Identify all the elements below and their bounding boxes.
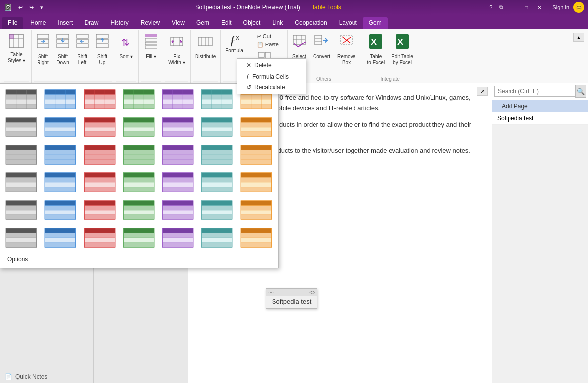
fill-btn[interactable]: Fill ▾ bbox=[142, 32, 160, 61]
table-style-thumb[interactable] bbox=[3, 114, 39, 140]
shift-down-btn[interactable]: ShiftDown bbox=[53, 32, 72, 67]
tab-insert[interactable]: Insert bbox=[52, 17, 78, 29]
search-input[interactable] bbox=[494, 86, 575, 97]
table-style-thumb[interactable] bbox=[121, 142, 157, 168]
svg-rect-88 bbox=[123, 94, 154, 99]
restore-window-btn[interactable]: ⧉ bbox=[496, 3, 505, 11]
table-style-thumb[interactable] bbox=[3, 142, 39, 168]
remove-box-btn[interactable]: RemoveBox bbox=[335, 32, 358, 67]
add-page-btn[interactable]: + Add Page bbox=[492, 100, 588, 112]
table-style-thumb[interactable] bbox=[3, 170, 39, 195]
table-style-thumb[interactable] bbox=[160, 142, 196, 168]
table-style-thumb[interactable] bbox=[160, 197, 196, 223]
table-style-thumb[interactable] bbox=[82, 197, 118, 223]
tab-object[interactable]: Object bbox=[237, 17, 267, 29]
table-style-thumb[interactable] bbox=[238, 197, 274, 223]
fix-width-btn[interactable]: FixWidth ▾ bbox=[166, 32, 187, 67]
search-btn[interactable]: 🔍 bbox=[575, 85, 586, 98]
tab-gem-active[interactable]: Gem bbox=[363, 17, 388, 29]
table-style-thumb[interactable] bbox=[238, 170, 274, 195]
table-to-excel-btn[interactable]: X Tableto Excel bbox=[365, 32, 388, 67]
table-style-thumb[interactable] bbox=[199, 225, 235, 251]
cut-btn[interactable]: ✂ Cut bbox=[255, 32, 273, 41]
table-style-thumb[interactable] bbox=[121, 197, 157, 223]
tab-cooperation[interactable]: Cooperation bbox=[289, 17, 333, 29]
table-style-thumb[interactable] bbox=[121, 114, 157, 140]
shift-left-btn[interactable]: ShiftLeft bbox=[73, 32, 92, 67]
svg-rect-435 bbox=[45, 228, 76, 233]
table-style-thumb[interactable] bbox=[199, 114, 235, 140]
maximize-btn[interactable]: □ bbox=[522, 3, 531, 11]
table-style-thumb[interactable] bbox=[42, 197, 78, 223]
page-expand-btn[interactable]: ⤢ bbox=[477, 87, 488, 96]
ribbon-expand-btn[interactable]: ▲ bbox=[573, 33, 584, 42]
close-btn[interactable]: ✕ bbox=[535, 3, 544, 11]
table-style-thumb[interactable] bbox=[160, 114, 196, 140]
menu-delete[interactable]: ✕ Delete bbox=[238, 60, 305, 71]
table-style-thumb[interactable] bbox=[42, 114, 78, 140]
redo-btn[interactable]: ↪ bbox=[26, 2, 36, 12]
convert-btn[interactable]: Convert bbox=[311, 32, 333, 61]
table-style-thumb[interactable] bbox=[238, 225, 274, 251]
table-styles-btn[interactable]: TableStyles ▾ bbox=[5, 32, 28, 65]
sort-btn[interactable]: ⇅ Sort ▾ bbox=[117, 32, 136, 61]
paste-btn[interactable]: 📋 Paste bbox=[255, 41, 281, 49]
table-style-thumb[interactable] bbox=[238, 142, 274, 168]
edit-table-excel-btn[interactable]: X Edit Tableby Excel bbox=[389, 32, 416, 67]
table-style-thumb[interactable] bbox=[82, 170, 118, 195]
options-item[interactable]: Options bbox=[3, 254, 275, 265]
table-style-thumb[interactable] bbox=[82, 225, 118, 251]
menu-formula-cells[interactable]: ƒ Formula Cells bbox=[238, 71, 305, 82]
table-style-thumb[interactable] bbox=[82, 86, 118, 112]
tab-link[interactable]: Link bbox=[266, 17, 289, 29]
tab-review[interactable]: Review bbox=[135, 17, 166, 29]
svg-rect-208 bbox=[6, 145, 37, 150]
quick-notes-bar[interactable]: 📄 Quick Notes bbox=[0, 370, 93, 383]
distribute-btn[interactable]: Distribute bbox=[193, 32, 218, 61]
table-style-thumb[interactable] bbox=[121, 225, 157, 251]
table-style-thumb[interactable] bbox=[82, 114, 118, 140]
table-style-thumb[interactable] bbox=[42, 142, 78, 168]
table-style-thumb[interactable] bbox=[199, 170, 235, 195]
select-btn[interactable]: Select bbox=[290, 32, 309, 61]
table-style-thumb[interactable] bbox=[3, 225, 39, 251]
search-bar: 🔍 bbox=[492, 83, 588, 100]
table-style-thumb[interactable] bbox=[82, 142, 118, 168]
table-style-thumb[interactable] bbox=[3, 197, 39, 223]
table-style-thumb[interactable] bbox=[160, 170, 196, 195]
table-style-thumb[interactable] bbox=[3, 86, 39, 112]
svg-rect-248 bbox=[162, 145, 193, 150]
shift-up-btn[interactable]: ShiftUp bbox=[93, 32, 112, 67]
tab-file[interactable]: File bbox=[2, 17, 23, 29]
fill-content: Fill ▾ bbox=[142, 30, 160, 81]
table-style-thumb[interactable] bbox=[42, 225, 78, 251]
mini-toolbar-resize-icon[interactable]: <> bbox=[309, 290, 315, 295]
tab-history[interactable]: History bbox=[104, 17, 134, 29]
shift-right-btn[interactable]: ShiftRight bbox=[34, 32, 52, 67]
table-style-thumb[interactable] bbox=[160, 225, 196, 251]
menu-recalculate[interactable]: ↺ Recalculate bbox=[238, 82, 305, 93]
tab-draw[interactable]: Draw bbox=[78, 17, 104, 29]
undo-btn[interactable]: ↩ bbox=[15, 2, 25, 12]
tab-layout[interactable]: Layout bbox=[333, 17, 363, 29]
tab-home[interactable]: Home bbox=[24, 17, 52, 29]
minimize-btn[interactable]: — bbox=[509, 3, 518, 11]
table-style-thumb[interactable] bbox=[160, 86, 196, 112]
svg-rect-90 bbox=[123, 99, 154, 104]
table-style-thumb[interactable] bbox=[238, 114, 274, 140]
qat-dropdown[interactable]: ▾ bbox=[37, 2, 47, 12]
table-style-thumb[interactable] bbox=[199, 142, 235, 168]
table-style-thumb[interactable] bbox=[42, 86, 78, 112]
table-style-thumb[interactable] bbox=[199, 197, 235, 223]
page-item-softpedia[interactable]: Softpedia test bbox=[492, 112, 588, 125]
tab-edit[interactable]: Edit bbox=[215, 17, 237, 29]
table-style-thumb[interactable] bbox=[199, 86, 235, 112]
help-btn[interactable]: ? bbox=[489, 4, 492, 10]
tab-view[interactable]: View bbox=[166, 17, 191, 29]
formula-btn[interactable]: ƒx Formula bbox=[223, 32, 246, 55]
table-style-thumb[interactable] bbox=[121, 170, 157, 195]
tab-gem1[interactable]: Gem bbox=[191, 17, 215, 29]
mini-toolbar-move-icon[interactable]: ···· bbox=[268, 290, 274, 295]
table-style-thumb[interactable] bbox=[121, 86, 157, 112]
table-style-thumb[interactable] bbox=[42, 170, 78, 195]
